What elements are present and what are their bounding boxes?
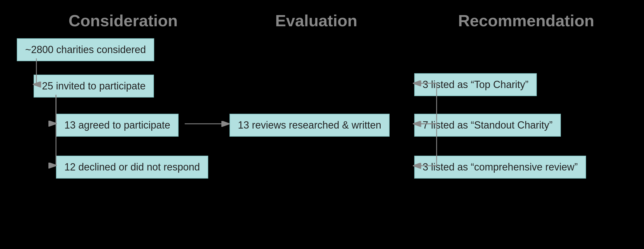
flow-area: ~2800 charities considered 25 invited to…	[0, 30, 644, 249]
header-consideration: Consideration	[28, 11, 218, 30]
headers: Consideration Evaluation Recommendation	[0, 0, 644, 30]
header-recommendation: Recommendation	[414, 11, 638, 30]
diagram-container: Consideration Evaluation Recommendation …	[0, 0, 644, 249]
header-evaluation: Evaluation	[218, 11, 414, 30]
arrows-svg	[0, 30, 644, 249]
